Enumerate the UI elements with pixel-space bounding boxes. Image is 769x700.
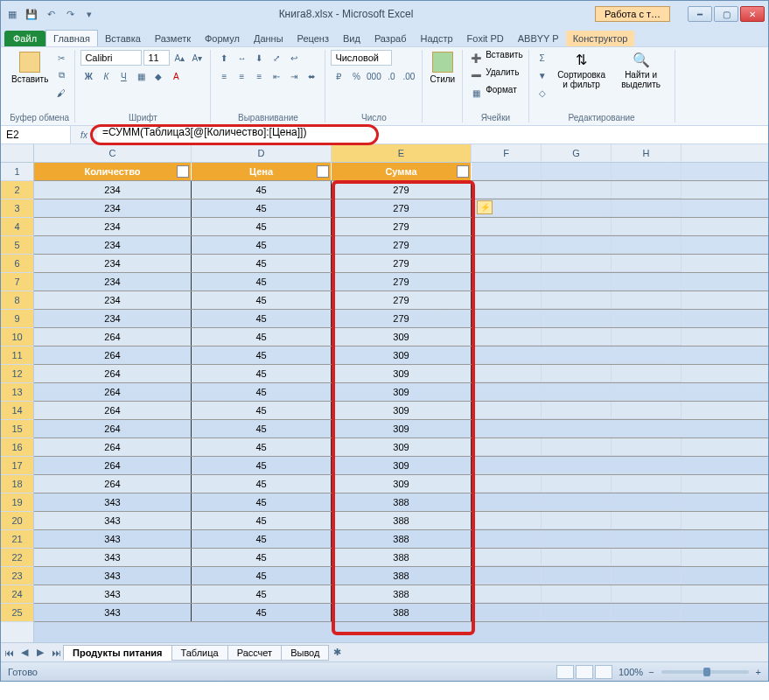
cell[interactable] bbox=[472, 291, 542, 309]
cell-quantity[interactable]: 234 bbox=[34, 310, 192, 327]
cell[interactable] bbox=[472, 273, 542, 290]
row-header[interactable]: 1 bbox=[1, 163, 33, 181]
cell[interactable] bbox=[612, 236, 682, 254]
cell[interactable] bbox=[472, 438, 542, 456]
cells-area[interactable]: Количество▾ Цена▾ Сумма▾ 234 45 279 234 … bbox=[34, 163, 768, 642]
align-bottom-icon[interactable]: ⬇ bbox=[251, 50, 267, 66]
row-header[interactable]: 5 bbox=[1, 236, 33, 255]
find-select-button[interactable]: 🔍 Найти и выделить bbox=[613, 50, 669, 91]
cell[interactable] bbox=[542, 604, 612, 621]
cell[interactable] bbox=[472, 255, 542, 272]
cell-quantity[interactable]: 343 bbox=[34, 604, 192, 621]
cell[interactable] bbox=[542, 273, 612, 290]
tab-file[interactable]: Файл bbox=[4, 31, 45, 46]
cell-price[interactable]: 45 bbox=[192, 604, 332, 621]
cell-quantity[interactable]: 264 bbox=[34, 438, 192, 456]
tab-review[interactable]: Реценз bbox=[290, 31, 336, 46]
cell[interactable] bbox=[612, 457, 682, 474]
align-left-icon[interactable]: ≡ bbox=[216, 68, 232, 84]
cell[interactable] bbox=[612, 494, 682, 511]
cut-icon[interactable]: ✂ bbox=[53, 50, 69, 66]
align-right-icon[interactable]: ≡ bbox=[251, 68, 267, 84]
sheet-tab-2[interactable]: Рассчет bbox=[227, 645, 283, 661]
col-header-e[interactable]: E bbox=[332, 144, 472, 162]
row-header[interactable]: 2 bbox=[1, 181, 33, 200]
sheet-tab-3[interactable]: Вывод bbox=[281, 645, 329, 661]
cell-quantity[interactable]: 234 bbox=[34, 181, 192, 199]
sheet-nav-last-icon[interactable]: ⏭ bbox=[48, 645, 64, 661]
cell-price[interactable]: 45 bbox=[192, 346, 332, 364]
cell-price[interactable]: 45 bbox=[192, 438, 332, 456]
cell[interactable] bbox=[472, 402, 542, 419]
cell-sum[interactable]: 388 bbox=[332, 530, 472, 548]
cell-quantity[interactable]: 343 bbox=[34, 549, 192, 566]
decrease-indent-icon[interactable]: ⇤ bbox=[269, 68, 284, 84]
cell-price[interactable]: 45 bbox=[192, 200, 332, 217]
cell-quantity[interactable]: 234 bbox=[34, 291, 192, 309]
col-header-d[interactable]: D bbox=[192, 144, 332, 162]
cell-sum[interactable]: 279 bbox=[332, 273, 472, 290]
cell-quantity[interactable]: 343 bbox=[34, 585, 192, 603]
cell-quantity[interactable]: 264 bbox=[34, 346, 192, 364]
table-header-quantity[interactable]: Количество▾ bbox=[34, 163, 192, 180]
comma-icon[interactable]: 000 bbox=[366, 68, 381, 84]
cell[interactable] bbox=[612, 291, 682, 309]
cell[interactable] bbox=[472, 475, 542, 493]
cell-quantity[interactable]: 343 bbox=[34, 512, 192, 529]
cell[interactable] bbox=[612, 346, 682, 364]
tab-data[interactable]: Данны bbox=[247, 31, 290, 46]
table-header-sum[interactable]: Сумма▾ bbox=[332, 163, 472, 180]
row-header[interactable]: 22 bbox=[1, 549, 33, 567]
fx-icon[interactable]: fx bbox=[76, 127, 92, 143]
row-header[interactable]: 7 bbox=[1, 273, 33, 291]
paste-button[interactable]: Вставить bbox=[10, 50, 50, 86]
cell-price[interactable]: 45 bbox=[192, 365, 332, 382]
cell-sum[interactable]: 388 bbox=[332, 604, 472, 621]
cell[interactable] bbox=[472, 236, 542, 254]
row-header[interactable]: 25 bbox=[1, 604, 33, 622]
format-cells-button[interactable]: ▦Формат bbox=[468, 85, 517, 101]
cell[interactable] bbox=[472, 181, 542, 199]
cell[interactable] bbox=[542, 328, 612, 346]
cell[interactable] bbox=[612, 383, 682, 401]
cell-price[interactable]: 45 bbox=[192, 383, 332, 401]
cell[interactable] bbox=[472, 328, 542, 346]
font-size-combo[interactable]: 11 bbox=[143, 50, 170, 66]
sheet-nav-next-icon[interactable]: ▶ bbox=[32, 645, 48, 661]
cell[interactable] bbox=[472, 567, 542, 584]
name-box[interactable]: E2 bbox=[1, 126, 71, 144]
cell[interactable] bbox=[612, 328, 682, 346]
cell-sum[interactable]: 388 bbox=[332, 585, 472, 603]
cell-quantity[interactable]: 264 bbox=[34, 420, 192, 438]
cell-sum[interactable]: 279 bbox=[332, 181, 472, 199]
select-all-corner[interactable] bbox=[1, 144, 34, 163]
number-format-combo[interactable]: Числовой bbox=[331, 50, 392, 66]
row-header[interactable]: 21 bbox=[1, 530, 33, 549]
excel-icon[interactable]: ▦ bbox=[4, 6, 20, 22]
row-header[interactable]: 13 bbox=[1, 383, 33, 402]
cell-price[interactable]: 45 bbox=[192, 236, 332, 254]
cell[interactable] bbox=[472, 585, 542, 603]
row-header[interactable]: 3 bbox=[1, 200, 33, 218]
row-header[interactable]: 17 bbox=[1, 457, 33, 475]
view-normal-icon[interactable] bbox=[556, 665, 574, 679]
cell[interactable] bbox=[542, 457, 612, 474]
cell-price[interactable]: 45 bbox=[192, 310, 332, 327]
cell-price[interactable]: 45 bbox=[192, 181, 332, 199]
cell-price[interactable]: 45 bbox=[192, 457, 332, 474]
cell-sum[interactable]: 309 bbox=[332, 438, 472, 456]
cell[interactable] bbox=[542, 163, 612, 180]
cell-price[interactable]: 45 bbox=[192, 255, 332, 272]
cell-price[interactable]: 45 bbox=[192, 273, 332, 290]
col-header-h[interactable]: H bbox=[612, 144, 682, 162]
view-layout-icon[interactable] bbox=[576, 665, 593, 679]
cell-quantity[interactable]: 343 bbox=[34, 530, 192, 548]
cell-price[interactable]: 45 bbox=[192, 218, 332, 235]
cell[interactable] bbox=[612, 163, 682, 180]
delete-cells-button[interactable]: ➖Удалить bbox=[468, 67, 519, 83]
cell-quantity[interactable]: 343 bbox=[34, 494, 192, 511]
cell-sum[interactable]: 279 bbox=[332, 236, 472, 254]
cell[interactable] bbox=[542, 346, 612, 364]
cell[interactable] bbox=[612, 181, 682, 199]
cell-quantity[interactable]: 264 bbox=[34, 365, 192, 382]
